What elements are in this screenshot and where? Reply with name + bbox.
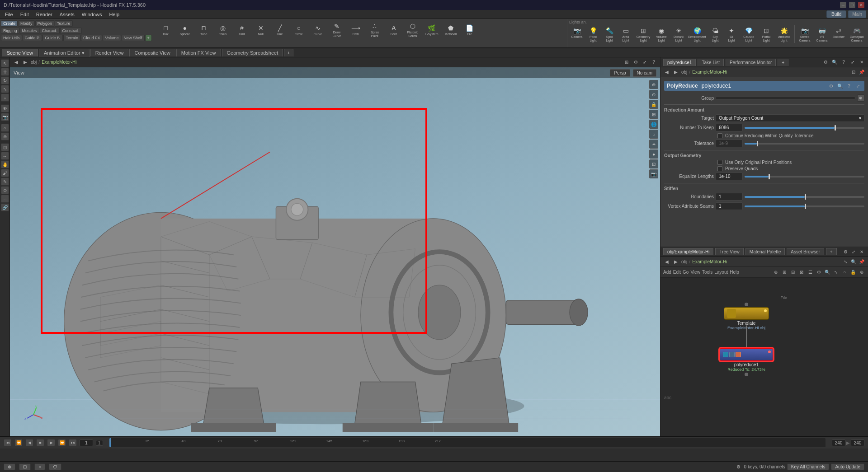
preserve-quads-checkbox[interactable]: [717, 166, 722, 171]
equalize-slider[interactable]: [745, 176, 864, 178]
node-expand-icon[interactable]: ⤢: [854, 82, 862, 89]
ne-toolbar-btn-11[interactable]: ⊕: [858, 268, 865, 276]
timeline-ruler[interactable]: 1 25 49 73 97 121 145 169 193 217: [109, 438, 826, 447]
node-help-icon[interactable]: ?: [845, 82, 853, 89]
tool-lsystem[interactable]: 🌿L-System: [423, 23, 441, 37]
ne-toolbar-btn-3[interactable]: ⊟: [789, 268, 797, 276]
lt-select[interactable]: ↖: [1, 59, 9, 67]
vp-ctrl-5[interactable]: 🌐: [649, 120, 658, 129]
ne-pin[interactable]: 📌: [858, 258, 865, 265]
shelf-tab-guidep[interactable]: Guide P.: [23, 35, 42, 41]
vp-forward-btn[interactable]: ▶: [22, 59, 29, 66]
tool-camera[interactable]: 📷Camera: [569, 25, 585, 43]
use-original-checkbox[interactable]: [717, 160, 722, 165]
vp-ctrl-4[interactable]: ⊞: [649, 110, 658, 119]
vertex-seams-slider[interactable]: [745, 206, 864, 207]
vertex-seams-input[interactable]: 1: [716, 202, 743, 210]
tab-render-view[interactable]: Render View: [90, 49, 129, 56]
tool-circle[interactable]: ○Circle: [290, 23, 308, 37]
vp-ctrl-3[interactable]: 🔒: [649, 100, 658, 109]
status-tools-btn[interactable]: ⊕: [4, 463, 15, 470]
persp-button[interactable]: Persp: [610, 69, 630, 77]
ne-menu-layout[interactable]: Layout: [714, 270, 728, 275]
shelf-tab-terrain[interactable]: Terrain: [63, 35, 80, 41]
lt-handle[interactable]: ⊕: [1, 132, 9, 140]
number-to-keep-input[interactable]: 6086: [716, 124, 743, 131]
ne-toolbar-btn-10[interactable]: 🔒: [849, 268, 857, 276]
tl-skip-end[interactable]: ⏭: [69, 439, 77, 446]
shelf-tab-guideb[interactable]: Guide B.: [42, 35, 63, 41]
tool-tube[interactable]: ⊓Tube: [195, 23, 213, 37]
vp-ctrl-8[interactable]: ●: [649, 150, 658, 159]
tool-distant-light[interactable]: ☀DistantLight: [670, 25, 687, 43]
tool-curve[interactable]: ∿Curve: [309, 23, 327, 37]
ne-toolbar-btn-5[interactable]: ☰: [807, 268, 814, 276]
vp-ctrl-2[interactable]: ⊙: [649, 90, 658, 99]
tl-prev-key[interactable]: ⏪: [14, 439, 23, 446]
shelf-tab-polygon[interactable]: Polygon: [35, 20, 55, 27]
ne-settings[interactable]: ⚙: [842, 248, 849, 255]
tl-frame-input[interactable]: 1: [80, 439, 93, 446]
ne-toolbar-btn-4[interactable]: ⊠: [798, 268, 805, 276]
tool-gamepad-camera[interactable]: 🎮GamepadCamera: [847, 25, 866, 43]
tool-metaball[interactable]: ⬟Metaball: [442, 23, 460, 37]
tool-box[interactable]: □Box: [157, 23, 175, 37]
tl-range-end-input[interactable]: [832, 439, 845, 446]
vp-path-obj[interactable]: obj: [31, 60, 37, 65]
tool-gi-light[interactable]: ✦GILight: [724, 25, 739, 43]
panel-pin[interactable]: 📌: [858, 69, 865, 76]
tab-polyreduce1[interactable]: polyreduce1: [663, 59, 696, 66]
tab-add-ne[interactable]: +: [826, 248, 837, 255]
panel-close-icon[interactable]: ✕: [858, 59, 865, 66]
tool-grid[interactable]: #Grid: [233, 23, 251, 37]
vp-ctrl-1[interactable]: ⊕: [649, 80, 658, 89]
ne-forward[interactable]: ▶: [672, 258, 679, 265]
tool-draw-curve[interactable]: ✎Draw Curve: [328, 21, 346, 38]
polyreduce-node-body[interactable]: [719, 348, 774, 361]
vp-ctrl-10[interactable]: 📷: [649, 169, 658, 178]
tool-torus[interactable]: ◎Torus: [214, 23, 232, 37]
ne-menu-go[interactable]: Go: [683, 270, 689, 275]
group-pick-icon[interactable]: ⊕: [857, 94, 864, 102]
maximize-button[interactable]: □: [849, 2, 855, 8]
lt-pose[interactable]: 🤚: [1, 160, 9, 168]
status-snap-btn[interactable]: ⊡: [19, 463, 31, 470]
lt-transform[interactable]: ⬦: [1, 93, 9, 102]
shelf-tab-volume[interactable]: Volume: [103, 35, 121, 41]
ne-menu-edit[interactable]: Edit: [673, 270, 681, 275]
close-button[interactable]: ✕: [858, 2, 864, 8]
tl-frame-end-input[interactable]: [851, 439, 864, 446]
template-node-body[interactable]: [724, 307, 769, 320]
lt-rotate[interactable]: ↻: [1, 76, 9, 84]
shelf-tab-charact[interactable]: Charact.: [40, 28, 60, 34]
cam-button[interactable]: No cam: [633, 69, 656, 77]
ne-toolbar-btn-8[interactable]: ⤡: [832, 268, 840, 276]
lt-edit[interactable]: ✎: [1, 178, 9, 186]
menu-help[interactable]: Help: [106, 11, 123, 18]
vp-settings[interactable]: ⚙: [632, 59, 639, 66]
ne-zoom-in[interactable]: 🔍: [850, 258, 857, 265]
ne-menu-tools[interactable]: Tools: [702, 270, 712, 275]
tab-motion-fx[interactable]: Motion FX View: [176, 49, 221, 56]
menu-windows[interactable]: Windows: [79, 11, 105, 18]
lt-object[interactable]: ○: [1, 124, 9, 132]
lt-view[interactable]: 👁: [1, 104, 9, 112]
tool-environment-light[interactable]: 🌍EnvironmentLight: [688, 25, 707, 43]
tool-vr-camera[interactable]: 🥽VRCamera: [814, 25, 830, 43]
shelf-tab-rigging[interactable]: Rigging: [1, 28, 19, 34]
tab-performance-monitor[interactable]: Performance Monitor: [726, 59, 776, 66]
tl-play[interactable]: ▶: [47, 439, 55, 446]
ne-close[interactable]: ✕: [858, 248, 865, 255]
tool-geometry-light[interactable]: ⊞GeometryLight: [634, 25, 652, 43]
tool-portal-light[interactable]: ⊡PortalLight: [758, 25, 774, 43]
lt-move[interactable]: ✛: [1, 68, 9, 76]
shelf-tab-muscles[interactable]: Muscles: [20, 28, 39, 34]
tab-take-list[interactable]: Take List: [698, 59, 723, 66]
tool-path[interactable]: ⟶Path: [347, 23, 365, 37]
lt-brush[interactable]: ⊙: [1, 186, 9, 194]
vp-ctrl-6[interactable]: ○: [649, 130, 658, 139]
main-dropdown[interactable]: Main: [848, 10, 866, 18]
boundaries-input[interactable]: 1: [716, 193, 743, 201]
minimize-button[interactable]: ─: [840, 2, 846, 8]
lt-snap[interactable]: ⊡: [1, 143, 9, 151]
